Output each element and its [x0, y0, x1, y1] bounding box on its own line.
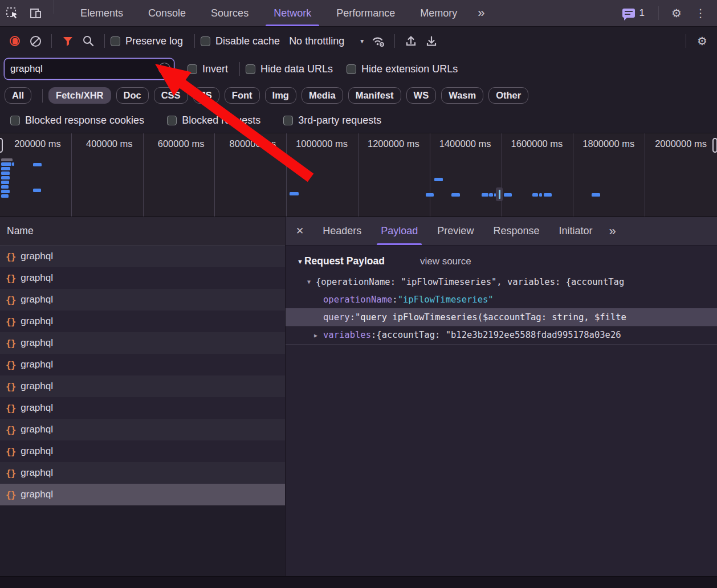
network-conditions-icon[interactable] [368, 31, 389, 51]
hide-extension-urls-checkbox[interactable] [347, 64, 356, 74]
request-row[interactable]: {}graphql [0, 289, 285, 311]
type-chip-js[interactable]: JS [193, 87, 219, 104]
blocked-response-cookies-checkbox[interactable] [10, 116, 20, 125]
divider [658, 6, 659, 20]
preserve-log-checkbox[interactable] [111, 36, 120, 46]
disable-cache-checkbox[interactable] [201, 36, 210, 46]
request-row[interactable]: {}graphql [0, 354, 285, 375]
type-chip-font[interactable]: Font [225, 87, 260, 104]
type-chip-css[interactable]: CSS [154, 87, 188, 104]
import-har-icon[interactable] [401, 31, 421, 51]
type-chip-media[interactable]: Media [302, 87, 343, 104]
request-row[interactable]: {}graphql [0, 332, 285, 354]
tab-elements[interactable]: Elements [68, 0, 136, 26]
payload-root-row[interactable]: ▼ {operationName: "ipFlowTimeseries", va… [286, 273, 717, 291]
tab-console[interactable]: Console [136, 0, 198, 26]
type-chip-manifest[interactable]: Manifest [348, 87, 401, 104]
view-source-link[interactable]: view source [420, 256, 471, 267]
timeline-request-bar [1, 158, 13, 161]
issues-message-icon[interactable] [622, 9, 635, 18]
type-chip-all[interactable]: All [5, 87, 31, 104]
network-toolbar: Preserve log Disable cache No throttling… [0, 27, 717, 55]
type-chip-img[interactable]: Img [265, 87, 296, 104]
search-icon[interactable] [78, 31, 99, 51]
request-row[interactable]: {}graphql [0, 440, 285, 462]
details-more-tabs-icon[interactable]: » [602, 217, 621, 245]
overview-right-handle[interactable] [712, 138, 717, 153]
kebab-menu-icon[interactable]: ⋮ [689, 7, 712, 19]
timeline-request-bar [1, 190, 10, 193]
close-details-icon[interactable]: ✕ [286, 217, 313, 245]
issues-count: 1 [639, 7, 645, 19]
fetch-xhr-type-icon: {} [6, 338, 15, 349]
payload-entry-operationName[interactable]: operationName: "ipFlowTimeseries" [286, 291, 717, 308]
timeline-request-bar [1, 176, 10, 179]
inspect-element-icon[interactable] [0, 0, 24, 26]
fetch-xhr-type-icon: {} [6, 403, 15, 414]
request-row[interactable]: {}graphql [0, 375, 285, 397]
throttling-select[interactable]: No throttling ▼ [289, 35, 365, 47]
timeline-tick-label: 1800000 ms [582, 138, 645, 149]
name-column-header[interactable]: Name [0, 217, 285, 246]
details-tab-preview[interactable]: Preview [427, 217, 483, 245]
record-network-log-button[interactable] [5, 31, 25, 51]
type-filter-chips: AllFetch/XHRDocCSSJSFontImgMediaManifest… [0, 83, 717, 108]
devtools-main-tabbar: ElementsConsoleSourcesNetworkPerformance… [0, 0, 717, 27]
details-tab-headers[interactable]: Headers [313, 217, 371, 245]
invert-checkbox[interactable] [188, 64, 197, 74]
clear-network-log-icon[interactable] [25, 31, 46, 51]
type-chip-fetchxhr[interactable]: Fetch/XHR [48, 87, 111, 104]
request-row[interactable]: {}graphql [0, 267, 285, 289]
settings-gear-icon[interactable]: ⚙ [665, 7, 689, 19]
tab-memory[interactable]: Memory [408, 0, 470, 26]
device-toolbar-icon[interactable] [24, 0, 48, 26]
request-name: graphql [21, 424, 53, 435]
request-name: graphql [21, 337, 53, 349]
details-tab-response[interactable]: Response [483, 217, 549, 245]
type-chip-other[interactable]: Other [488, 87, 528, 104]
filter-text-input[interactable]: graphql ✕ [5, 59, 174, 79]
timeline-column: 1600000 ms [502, 133, 574, 217]
clear-filter-icon[interactable]: ✕ [158, 63, 170, 75]
tab-sources[interactable]: Sources [198, 0, 261, 26]
tab-performance[interactable]: Performance [324, 0, 408, 26]
tab-network[interactable]: Network [261, 0, 324, 26]
timeline-column: 1400000 ms [430, 133, 502, 217]
caret-down-icon: ▼ [307, 279, 311, 285]
divider [104, 34, 105, 48]
export-har-icon[interactable] [421, 31, 442, 51]
timeline-request-bar [1, 181, 9, 184]
filter-funnel-icon[interactable] [58, 31, 78, 51]
payload-entry-variables[interactable]: ▶variables: {accountTag: "b12e3b2192ee55… [286, 326, 717, 344]
bottom-status-strip [0, 576, 717, 588]
request-row[interactable]: {}graphql [0, 419, 285, 440]
timeline-tick-label: 600000 ms [158, 138, 215, 149]
request-payload-section-header[interactable]: ▼ Request Payload view source [286, 246, 717, 273]
network-settings-gear-icon[interactable]: ⚙ [692, 31, 712, 51]
caret-right-icon[interactable]: ▶ [314, 332, 317, 338]
divider [686, 34, 686, 48]
fetch-xhr-type-icon: {} [6, 316, 15, 327]
request-row[interactable]: {}graphql [0, 311, 285, 332]
network-overview-timeline[interactable]: 200000 ms400000 ms600000 ms800000 ms1000… [0, 133, 717, 217]
request-name: graphql [21, 272, 53, 284]
details-tab-payload[interactable]: Payload [371, 217, 427, 245]
type-chip-ws[interactable]: WS [406, 87, 437, 104]
more-tabs-icon[interactable]: » [470, 0, 491, 26]
third-party-requests-checkbox[interactable] [283, 116, 293, 125]
request-row[interactable]: {}graphql [0, 462, 285, 484]
fetch-xhr-type-icon: {} [6, 424, 15, 435]
hide-data-urls-checkbox[interactable] [246, 64, 255, 74]
fetch-xhr-type-icon: {} [6, 468, 15, 479]
details-tab-initiator[interactable]: Initiator [549, 217, 602, 245]
request-row[interactable]: {}graphql [0, 246, 285, 267]
payload-entry-query[interactable]: query: "query ipFlowTimeseries($accountT… [286, 308, 717, 326]
type-chip-wasm[interactable]: Wasm [441, 87, 483, 104]
request-row[interactable]: {}graphql [0, 397, 285, 419]
overview-left-handle[interactable] [0, 138, 3, 153]
type-chip-doc[interactable]: Doc [116, 87, 149, 104]
timeline-request-bar [1, 185, 9, 189]
blocked-requests-checkbox[interactable] [167, 116, 177, 125]
request-row[interactable]: {}graphql [0, 484, 285, 505]
request-details-panel: ✕ HeadersPayloadPreviewResponseInitiator… [285, 217, 717, 576]
